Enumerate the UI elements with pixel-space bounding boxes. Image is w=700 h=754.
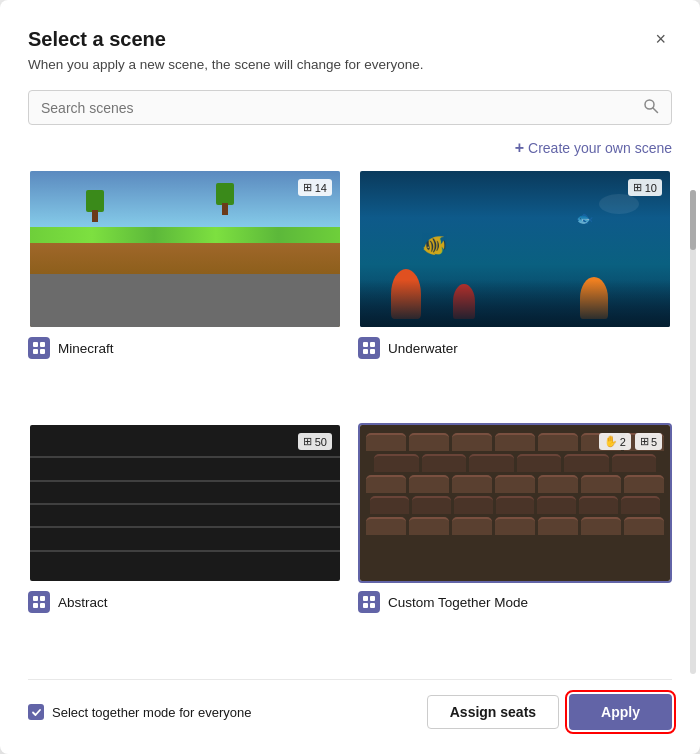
abstract-name: Abstract [58,595,108,610]
search-input[interactable] [41,100,643,116]
scene-thumb-custom[interactable]: ✋ 2 ⊞ 5 [358,423,672,583]
minecraft-label-row: Minecraft [28,337,342,359]
custom-label-row: Custom Together Mode [358,591,672,613]
footer: Select together mode for everyone Assign… [28,679,672,730]
svg-rect-17 [370,603,375,608]
svg-rect-2 [33,342,38,347]
apply-button[interactable]: Apply [569,694,672,730]
create-scene-row: + Create your own scene [28,139,672,157]
svg-rect-13 [40,603,45,608]
dialog-subtitle: When you apply a new scene, the scene wi… [28,57,672,72]
svg-rect-8 [363,349,368,354]
custom-hand-badge: ✋ 2 [599,433,631,450]
together-checkbox[interactable] [28,704,44,720]
scene-card-minecraft: ⊞ 14 Minecraft [28,169,342,407]
scene-card-abstract: ⊞ 50 Abstract [28,423,342,661]
custom-hand-count: 2 [620,436,626,448]
abstract-label-row: Abstract [28,591,342,613]
svg-rect-14 [363,596,368,601]
svg-rect-7 [370,342,375,347]
minecraft-icon [28,337,50,359]
scene-card-underwater: 🐠 🐟 ⊞ 10 Underwater [358,169,672,407]
abstract-seat-icon: ⊞ [303,435,312,448]
dialog-header: Select a scene × [28,28,672,51]
dialog-title: Select a scene [28,28,166,51]
minecraft-seat-count: 14 [315,182,327,194]
abstract-seat-badge: ⊞ 50 [298,433,332,450]
svg-line-1 [653,108,658,113]
scrollbar-track [690,190,696,674]
svg-rect-11 [40,596,45,601]
create-scene-label: Create your own scene [528,140,672,156]
close-button[interactable]: × [649,28,672,50]
select-scene-dialog: Select a scene × When you apply a new sc… [0,0,700,754]
underwater-seat-count: 10 [645,182,657,194]
underwater-seat-badge: ⊞ 10 [628,179,662,196]
svg-rect-12 [33,603,38,608]
search-icon [643,98,659,117]
together-label: Select together mode for everyone [52,705,251,720]
abstract-icon [28,591,50,613]
svg-rect-15 [370,596,375,601]
scenes-grid: ⊞ 14 Minecraft [28,169,672,661]
assign-seats-button[interactable]: Assign seats [427,695,559,729]
underwater-seat-icon: ⊞ [633,181,642,194]
custom-seat-count: 5 [651,436,657,448]
scene-thumb-minecraft[interactable]: ⊞ 14 [28,169,342,329]
svg-rect-6 [363,342,368,347]
scene-thumb-abstract[interactable]: ⊞ 50 [28,423,342,583]
minecraft-seat-badge: ⊞ 14 [298,179,332,196]
custom-seat-icon: ⊞ [640,435,649,448]
underwater-name: Underwater [388,341,458,356]
custom-hand-icon: ✋ [604,435,618,448]
create-scene-button[interactable]: + Create your own scene [515,139,672,157]
svg-rect-16 [363,603,368,608]
custom-icon [358,591,380,613]
svg-rect-3 [40,342,45,347]
plus-icon: + [515,139,524,157]
underwater-icon [358,337,380,359]
scene-thumb-underwater[interactable]: 🐠 🐟 ⊞ 10 [358,169,672,329]
footer-buttons: Assign seats Apply [427,694,672,730]
scene-card-custom: ✋ 2 ⊞ 5 [358,423,672,661]
together-checkbox-row: Select together mode for everyone [28,704,251,720]
custom-dual-badge: ✋ 2 ⊞ 5 [599,433,662,450]
custom-seat-badge: ⊞ 5 [635,433,662,450]
svg-rect-5 [40,349,45,354]
custom-name: Custom Together Mode [388,595,528,610]
minecraft-name: Minecraft [58,341,114,356]
svg-rect-9 [370,349,375,354]
search-bar [28,90,672,125]
minecraft-seat-icon: ⊞ [303,181,312,194]
svg-rect-10 [33,596,38,601]
svg-rect-4 [33,349,38,354]
scrollbar-thumb[interactable] [690,190,696,250]
abstract-seat-count: 50 [315,436,327,448]
underwater-label-row: Underwater [358,337,672,359]
